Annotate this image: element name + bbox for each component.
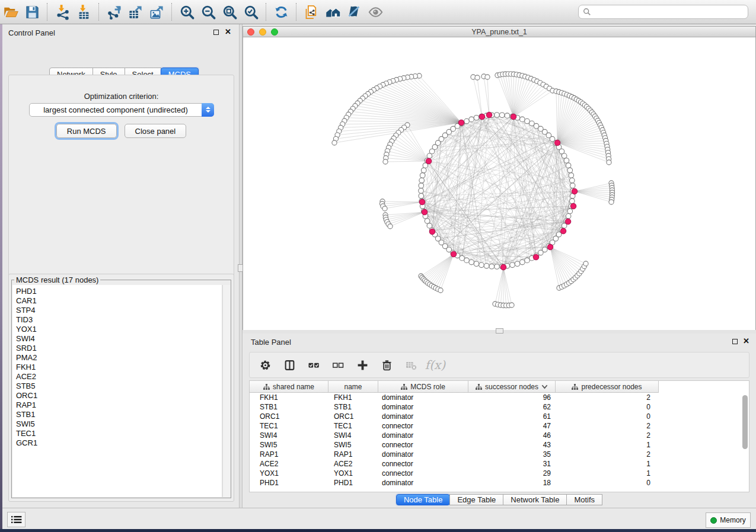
table-scrollbar-thumb[interactable] <box>742 395 748 449</box>
table-row[interactable]: TEC1TEC1connector472 <box>250 421 749 431</box>
mcds-result-item[interactable]: PMA2 <box>16 353 222 363</box>
leaf-node[interactable] <box>485 75 490 79</box>
leaf-node[interactable] <box>332 140 337 145</box>
ring-node[interactable] <box>525 118 530 124</box>
search-input[interactable] <box>591 8 748 17</box>
ring-node[interactable] <box>567 209 573 214</box>
close-panel-icon[interactable]: ✕ <box>225 27 231 36</box>
ring-node[interactable] <box>520 117 525 122</box>
zoom-selected-button[interactable] <box>240 1 261 23</box>
search-box[interactable] <box>578 5 748 19</box>
mcds-node[interactable] <box>533 254 539 260</box>
ring-node[interactable] <box>566 163 571 168</box>
ring-node[interactable] <box>510 262 515 268</box>
mcds-node[interactable] <box>451 251 457 257</box>
network-graph[interactable] <box>243 37 755 330</box>
duplicate-network-button[interactable] <box>301 1 322 23</box>
show-hide-button[interactable] <box>365 1 386 23</box>
tab-network-table[interactable]: Network Table <box>503 494 567 505</box>
tab-motifs[interactable]: Motifs <box>566 494 602 505</box>
delete-column-button[interactable] <box>381 359 393 371</box>
leaf-node[interactable] <box>388 224 393 229</box>
import-network-button[interactable] <box>52 1 73 23</box>
delete-table-button[interactable] <box>405 359 417 371</box>
ring-node[interactable] <box>474 261 479 267</box>
mcds-result-item[interactable]: ACE2 <box>16 372 222 382</box>
tab-edge-table[interactable]: Edge Table <box>449 494 503 505</box>
table-row[interactable]: YOX1YOX1connector291 <box>250 469 749 478</box>
run-mcds-button[interactable]: Run MCDS <box>56 124 117 138</box>
export-image-button[interactable] <box>146 1 167 23</box>
ring-node[interactable] <box>469 259 474 265</box>
open-file-button[interactable] <box>0 1 21 23</box>
ring-node[interactable] <box>427 223 432 229</box>
import-table-button[interactable] <box>73 1 94 23</box>
leaf-node[interactable] <box>438 288 443 293</box>
mcds-result-item[interactable]: STB5 <box>16 382 222 391</box>
mcds-node[interactable] <box>458 120 464 126</box>
column-header-successor-nodes[interactable]: successor nodes <box>468 381 556 392</box>
ring-node[interactable] <box>564 158 569 164</box>
first-neighbors-button[interactable] <box>322 1 343 23</box>
mcds-node[interactable] <box>511 114 516 120</box>
column-header-MCDS-role[interactable]: MCDS role <box>378 381 468 392</box>
leaf-node[interactable] <box>475 75 480 80</box>
table-row[interactable]: SWI4SWI4dominator462 <box>250 431 749 440</box>
ring-node[interactable] <box>474 115 479 120</box>
mcds-node[interactable] <box>429 229 435 235</box>
leaf-node[interactable] <box>583 261 588 266</box>
mcds-node[interactable] <box>572 188 578 194</box>
ring-node[interactable] <box>489 264 495 269</box>
mcds-result-item[interactable]: PHD1 <box>16 287 222 296</box>
leaf-node[interactable] <box>383 159 388 164</box>
ring-node[interactable] <box>421 168 426 173</box>
mcds-node[interactable] <box>419 199 425 205</box>
mcds-result-item[interactable]: ORC1 <box>16 391 222 400</box>
zoom-in-button[interactable] <box>176 1 197 23</box>
ring-node[interactable] <box>464 258 470 263</box>
column-header-shared-name[interactable]: shared name <box>250 381 328 392</box>
table-row[interactable]: SWI5SWI5connector431 <box>250 440 749 450</box>
optimization-select[interactable]: largest connected component (undirected) <box>29 103 214 117</box>
ring-node[interactable] <box>566 214 571 219</box>
mcds-result-item[interactable]: SWI5 <box>16 419 222 429</box>
mcds-node[interactable] <box>560 228 566 234</box>
mcds-node[interactable] <box>486 112 492 118</box>
ring-node[interactable] <box>419 188 424 194</box>
mcds-result-item[interactable]: RAP1 <box>16 400 222 410</box>
leaf-node[interactable] <box>509 303 514 307</box>
refresh-button[interactable] <box>270 1 292 23</box>
ring-node[interactable] <box>499 113 505 118</box>
mcds-node[interactable] <box>426 158 432 164</box>
mcds-result-item[interactable]: STP4 <box>16 306 222 315</box>
style-toggle-button[interactable] <box>343 1 365 23</box>
ring-node[interactable] <box>495 113 500 118</box>
zoom-out-button[interactable] <box>197 1 219 23</box>
mcds-result-item[interactable]: STB1 <box>16 410 222 419</box>
mcds-node[interactable] <box>479 114 485 120</box>
column-header-predecessor-nodes[interactable]: predecessor nodes <box>556 381 659 392</box>
ring-node[interactable] <box>495 264 500 270</box>
export-network-button[interactable] <box>103 1 125 23</box>
tab-node-table[interactable]: Node Table <box>396 494 451 505</box>
table-settings-button[interactable] <box>259 359 271 371</box>
mcds-result-item[interactable]: SWI4 <box>16 334 222 344</box>
mcds-node[interactable] <box>422 209 428 215</box>
ring-node[interactable] <box>419 178 425 183</box>
ring-node[interactable] <box>420 173 425 178</box>
ring-node[interactable] <box>505 113 510 118</box>
ring-node[interactable] <box>479 262 484 268</box>
column-header-name[interactable]: name <box>328 381 378 392</box>
ring-node[interactable] <box>567 168 573 173</box>
mcds-result-item[interactable]: FKH1 <box>16 363 222 372</box>
float-window-button[interactable] <box>213 30 219 35</box>
table-row[interactable]: RAP1RAP1dominator352 <box>250 450 749 459</box>
ring-node[interactable] <box>570 198 575 204</box>
close-panel-icon[interactable]: ✕ <box>743 336 749 345</box>
mcds-node[interactable] <box>500 264 506 270</box>
ring-node[interactable] <box>570 183 575 188</box>
save-session-button[interactable] <box>21 1 43 23</box>
ring-node[interactable] <box>419 193 424 198</box>
leaf-node[interactable] <box>609 200 614 204</box>
function-builder-button[interactable]: f(x) <box>429 359 441 371</box>
